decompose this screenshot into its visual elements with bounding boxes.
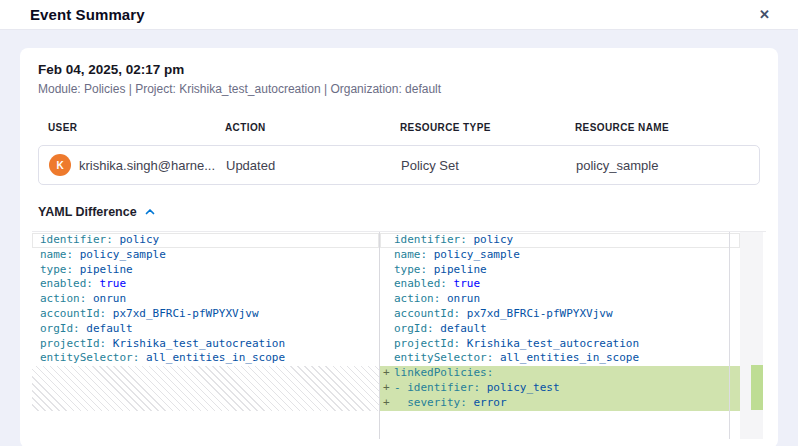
code-line: action: onrun bbox=[32, 292, 379, 307]
page-title: Event Summary bbox=[30, 6, 145, 23]
diff-content-edge bbox=[729, 232, 730, 439]
code-line: accountId: px7xd_BFRCi-pfWPYXVjvw bbox=[32, 307, 379, 322]
diff-pane-modified[interactable]: identifier: policyname: policy_sampletyp… bbox=[380, 233, 740, 411]
close-icon[interactable]: ✕ bbox=[757, 6, 772, 23]
code-line: orgId: default bbox=[32, 322, 379, 337]
diff-added-gutter bbox=[380, 248, 394, 263]
code-line: projectId: Krishika_test_autocreation bbox=[380, 337, 740, 352]
diff-added-gutter bbox=[380, 263, 394, 278]
code-line: name: policy_sample bbox=[380, 248, 740, 263]
code-line: identifier: policy bbox=[380, 233, 740, 248]
yaml-difference-toggle[interactable]: YAML Difference bbox=[38, 205, 156, 219]
yaml-difference-label: YAML Difference bbox=[38, 205, 137, 219]
code-line: accountId: px7xd_BFRCi-pfWPYXVjvw bbox=[380, 307, 740, 322]
diff-overview-ruler[interactable] bbox=[740, 232, 763, 439]
code-line: type: pipeline bbox=[380, 263, 740, 278]
diff-added-gutter bbox=[380, 337, 394, 352]
table-row: K krishika.singh@harne... Updated Policy… bbox=[38, 145, 760, 185]
resource-name-value: policy_sample bbox=[576, 158, 749, 173]
column-resource-type: RESOURCE TYPE bbox=[400, 122, 575, 133]
avatar: K bbox=[49, 154, 71, 176]
chevron-up-icon bbox=[144, 206, 156, 218]
event-context: Module: Policies | Project: Krishika_tes… bbox=[38, 82, 760, 96]
column-user: USER bbox=[48, 122, 225, 133]
diff-added-gutter bbox=[380, 277, 394, 292]
diff-added-gutter bbox=[380, 351, 394, 366]
code-line: + severity: error bbox=[380, 396, 740, 411]
column-action: ACTION bbox=[225, 122, 400, 133]
code-line: orgId: default bbox=[380, 322, 740, 337]
code-line: projectId: Krishika_test_autocreation bbox=[32, 337, 379, 352]
diff-added-gutter: + bbox=[380, 381, 394, 396]
event-timestamp: Feb 04, 2025, 02:17 pm bbox=[38, 62, 760, 77]
resource-type-value: Policy Set bbox=[401, 158, 576, 173]
diff-pane-original[interactable]: identifier: policyname: policy_sampletyp… bbox=[32, 233, 379, 411]
diff-placeholder-hatch bbox=[32, 366, 379, 410]
diff-added-gutter bbox=[380, 322, 394, 337]
code-line: name: policy_sample bbox=[32, 248, 379, 263]
code-line: entitySelector: all_entities_in_scope bbox=[32, 351, 379, 366]
code-line: identifier: policy bbox=[32, 233, 379, 248]
modal-header: Event Summary ✕ bbox=[0, 0, 798, 30]
diff-added-gutter bbox=[380, 292, 394, 307]
audit-table: USER ACTION RESOURCE TYPE RESOURCE NAME … bbox=[38, 122, 760, 185]
code-line: action: onrun bbox=[380, 292, 740, 307]
diff-added-marker bbox=[751, 365, 763, 410]
code-line: enabled: true bbox=[380, 277, 740, 292]
user-email: krishika.singh@harne... bbox=[79, 158, 215, 173]
code-line: enabled: true bbox=[32, 277, 379, 292]
audit-table-header: USER ACTION RESOURCE TYPE RESOURCE NAME bbox=[38, 122, 760, 133]
diff-added-gutter: + bbox=[380, 396, 394, 411]
event-card: Feb 04, 2025, 02:17 pm Module: Policies … bbox=[20, 48, 778, 446]
yaml-diff-editor: identifier: policyname: policy_sampletyp… bbox=[32, 231, 766, 439]
code-line: +- identifier: policy_test bbox=[380, 381, 740, 396]
action-value: Updated bbox=[226, 158, 401, 173]
diff-added-gutter bbox=[380, 233, 394, 248]
diff-added-gutter bbox=[380, 307, 394, 322]
code-line: type: pipeline bbox=[32, 263, 379, 278]
code-line: entitySelector: all_entities_in_scope bbox=[380, 351, 740, 366]
diff-added-gutter: + bbox=[380, 366, 394, 381]
user-cell: K krishika.singh@harne... bbox=[49, 154, 226, 176]
column-resource-name: RESOURCE NAME bbox=[575, 122, 750, 133]
code-line: +linkedPolicies: bbox=[380, 366, 740, 381]
